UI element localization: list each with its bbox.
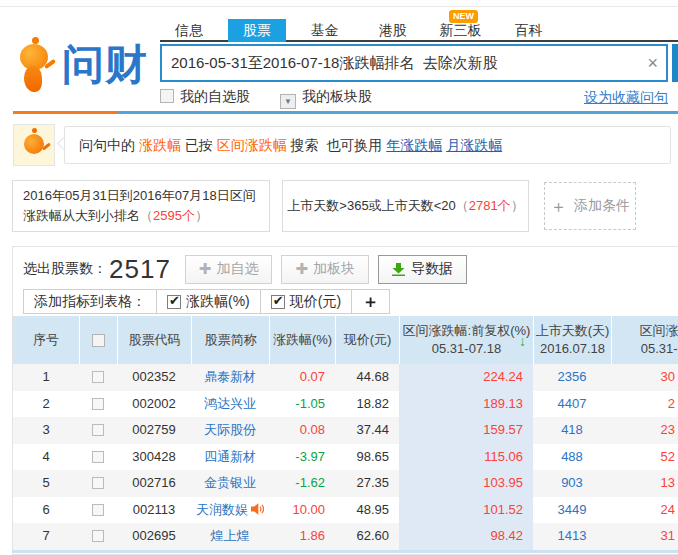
cell-price: 44.68 bbox=[335, 364, 399, 393]
search-query-text: 2016-05-31至2016-07-18涨跌幅排名 去除次新股 bbox=[171, 46, 498, 80]
my-sector-dropdown-icon[interactable]: ▼ bbox=[280, 94, 296, 109]
header-name[interactable]: 股票简称 bbox=[191, 316, 269, 364]
condition-range-rank[interactable]: 2016年05月31日到2016年07月18日区间涨跌幅从大到小排名（2595个… bbox=[12, 180, 270, 232]
table-row[interactable]: 4 300428 四通新材 -3.97 98.65 115.06 488 52 bbox=[13, 444, 678, 471]
cell-price: 48.95 bbox=[335, 497, 399, 526]
stock-name-link[interactable]: 鼎泰新材 bbox=[191, 364, 269, 393]
stock-name-link[interactable]: 金贵银业 bbox=[191, 470, 269, 499]
clear-icon[interactable]: × bbox=[647, 51, 658, 75]
assistant-icon-box bbox=[13, 124, 55, 166]
tab-stocks[interactable]: 股票 bbox=[228, 19, 286, 42]
my-watchlist-option[interactable]: 我的自选股 bbox=[160, 88, 254, 104]
stock-name-link[interactable]: 天际股份 bbox=[191, 417, 269, 446]
cell-code: 002695 bbox=[117, 523, 191, 552]
save-favorite-link[interactable]: 设为收藏问句 bbox=[584, 89, 668, 107]
tab-wiki[interactable]: 百科 bbox=[499, 19, 557, 42]
my-sector-option[interactable]: ▼我的板块股 bbox=[280, 88, 372, 104]
table-row[interactable]: 6 002113 天润数娱 10.00 48.95 101.52 3449 24 bbox=[13, 497, 678, 524]
cell-price: 98.65 bbox=[335, 444, 399, 473]
my-watchlist-checkbox[interactable] bbox=[160, 89, 174, 103]
header-code[interactable]: 股票代码 bbox=[117, 316, 191, 364]
search-button[interactable] bbox=[672, 44, 678, 82]
cell-range2: 2 bbox=[611, 391, 678, 420]
cell-listed-days: 903 bbox=[533, 470, 611, 499]
header-select bbox=[79, 316, 117, 364]
header-range2[interactable]: 区间涨跌(%) 05.31-07.18 bbox=[611, 316, 678, 364]
table-row[interactable]: 7 002695 煌上煌 1.86 62.60 98.42 1413 31 bbox=[13, 523, 678, 550]
cell-change: -1.62 bbox=[269, 470, 335, 499]
stock-name-link[interactable]: 鸿达兴业 bbox=[191, 391, 269, 420]
brand-logo[interactable]: 问财 bbox=[12, 34, 158, 96]
hint-prefix: 问句中的 bbox=[79, 137, 139, 153]
header-listed-days[interactable]: 上市天数(天) 2016.07.18 bbox=[533, 316, 611, 364]
cell-listed-days: 3449 bbox=[533, 497, 611, 526]
header-price[interactable]: 现价(元) bbox=[335, 316, 399, 364]
row-checkbox[interactable] bbox=[92, 504, 104, 516]
cell-price: 27.35 bbox=[335, 470, 399, 499]
row-checkbox[interactable] bbox=[92, 477, 104, 489]
cell-range2: 52 bbox=[611, 444, 678, 473]
table-row[interactable]: 2 002002 鸿达兴业 -1.05 18.82 189.13 4407 2 bbox=[13, 391, 678, 418]
stock-name-link[interactable]: 煌上煌 bbox=[191, 523, 269, 552]
header-index: 序号 bbox=[13, 316, 79, 364]
plus-icon: ＋ bbox=[550, 195, 567, 218]
hint-keyword2: 区间涨跌幅 bbox=[217, 137, 287, 153]
nav-tabs: 信息 股票 基金 港股 新三板 百科 NEW bbox=[160, 19, 678, 42]
cell-change: 0.08 bbox=[269, 417, 335, 446]
checked-checkbox[interactable] bbox=[167, 295, 181, 309]
add-sector-button[interactable]: ✚加板块 bbox=[281, 255, 369, 284]
cell-index: 4 bbox=[13, 444, 79, 473]
cell-listed-days: 1413 bbox=[533, 523, 611, 552]
add-condition-button[interactable]: ＋ 添加条件 bbox=[544, 182, 636, 230]
search-options: 我的自选股 ▼我的板块股 设为收藏问句 bbox=[160, 88, 668, 108]
row-checkbox[interactable] bbox=[92, 451, 104, 463]
cell-code: 300428 bbox=[117, 444, 191, 473]
checked-checkbox[interactable] bbox=[271, 295, 285, 309]
cell-range2: 30 bbox=[611, 364, 678, 393]
select-all-checkbox[interactable] bbox=[92, 334, 105, 347]
monthly-change-link[interactable]: 月涨跌幅 bbox=[446, 137, 502, 153]
cell-range-change: 224.24 bbox=[399, 364, 533, 393]
row-checkbox[interactable] bbox=[92, 424, 104, 436]
cell-change: 10.00 bbox=[269, 497, 335, 526]
add-condition-label: 添加条件 bbox=[574, 197, 630, 215]
sort-desc-icon[interactable]: ↓ bbox=[519, 332, 526, 350]
cell-index: 7 bbox=[13, 523, 79, 552]
condition-listed-days[interactable]: 上市天数>365或上市天数<20（2781个） bbox=[282, 180, 529, 232]
condition1-count: 2595个 bbox=[153, 208, 195, 223]
row-checkbox[interactable] bbox=[92, 371, 104, 383]
cell-range-change: 189.13 bbox=[399, 391, 533, 420]
table-row[interactable]: 1 002352 鼎泰新材 0.07 44.68 224.24 2356 30 bbox=[13, 364, 678, 391]
cell-code: 002002 bbox=[117, 391, 191, 420]
indicator-price[interactable]: 现价(元) bbox=[260, 290, 351, 313]
tab-funds[interactable]: 基金 bbox=[296, 19, 354, 42]
search-input[interactable]: 2016-05-31至2016-07-18涨跌幅排名 去除次新股 × bbox=[160, 44, 668, 82]
row-checkbox[interactable] bbox=[92, 398, 104, 410]
add-watchlist-button[interactable]: ✚加自选 bbox=[185, 255, 273, 284]
header-range-change[interactable]: 区间涨跌幅:前复权(%) 05.31-07.18 ↓ bbox=[399, 316, 533, 364]
export-data-button[interactable]: 导数据 bbox=[378, 255, 467, 284]
cell-index: 6 bbox=[13, 497, 79, 526]
cell-range-change: 159.57 bbox=[399, 417, 533, 446]
table-row[interactable]: 3 002759 天际股份 0.08 37.44 159.57 418 23 bbox=[13, 417, 678, 444]
tab-hk[interactable]: 港股 bbox=[364, 19, 422, 42]
download-icon bbox=[392, 263, 405, 276]
stock-count-value: 2517 bbox=[109, 254, 171, 285]
table-header-row: 序号 股票代码 股票简称 涨跌幅(%) 现价(元) 区间涨跌幅:前复权(%) 0… bbox=[13, 316, 678, 364]
cell-listed-days: 488 bbox=[533, 444, 611, 473]
header-change[interactable]: 涨跌幅(%) bbox=[269, 316, 335, 364]
stock-name-link[interactable]: 四通新材 bbox=[191, 444, 269, 473]
stock-name-link[interactable]: 天润数娱 bbox=[191, 497, 269, 526]
tab-info[interactable]: 信息 bbox=[160, 19, 218, 42]
cell-listed-days: 4407 bbox=[533, 391, 611, 420]
my-sector-label: 我的板块股 bbox=[302, 88, 372, 104]
table-row[interactable]: 5 002716 金贵银业 -1.62 27.35 103.95 903 13 bbox=[13, 470, 678, 497]
announcement-speaker-icon[interactable] bbox=[251, 503, 264, 515]
yearly-change-link[interactable]: 年涨跌幅 bbox=[386, 137, 442, 153]
row-checkbox[interactable] bbox=[92, 530, 104, 542]
cell-code: 002716 bbox=[117, 470, 191, 499]
add-indicator-button[interactable]: ＋ bbox=[351, 290, 389, 313]
indicator-change[interactable]: 涨跌幅(%) bbox=[156, 290, 260, 313]
new-badge: NEW bbox=[449, 10, 478, 23]
cell-index: 1 bbox=[13, 364, 79, 393]
